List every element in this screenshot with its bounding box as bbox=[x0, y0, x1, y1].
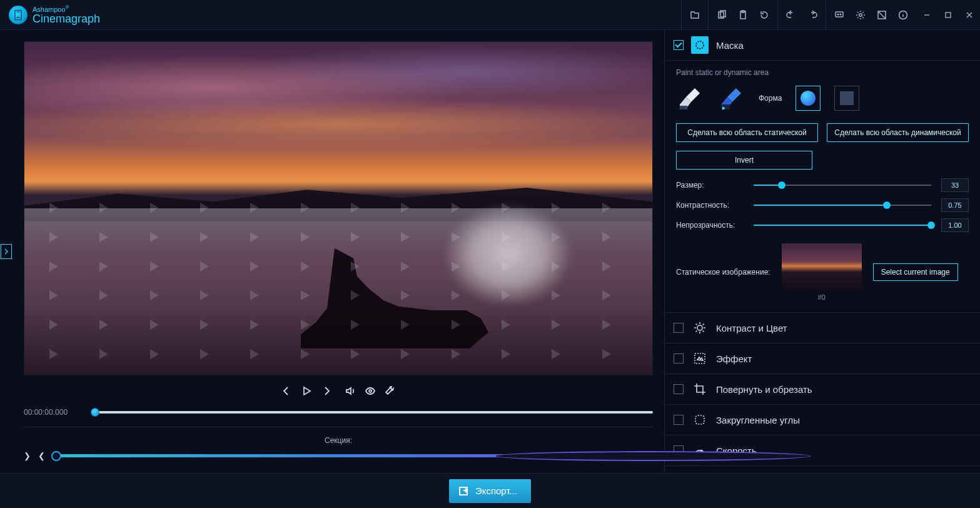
svg-rect-5 bbox=[836, 12, 843, 17]
svg-point-7 bbox=[840, 14, 841, 15]
shape-square-button[interactable] bbox=[834, 86, 859, 111]
rounded-corners-icon bbox=[691, 411, 709, 429]
static-thumbnail[interactable] bbox=[782, 243, 862, 291]
center-column: 00:00:00.000 Секция: ❯ ❮ bbox=[13, 30, 664, 473]
make-all-static-button[interactable]: Сделать всю область статической bbox=[676, 123, 818, 142]
left-rail bbox=[0, 30, 13, 473]
mask-hint: Paint static or dynamic area bbox=[676, 68, 969, 77]
svg-point-13 bbox=[696, 41, 704, 49]
effect-checkbox[interactable] bbox=[674, 353, 684, 363]
size-value[interactable]: 33 bbox=[941, 178, 969, 192]
panel-effect-header[interactable]: Эффект bbox=[665, 343, 980, 374]
export-bar: Экспорт... bbox=[0, 473, 980, 508]
export-icon bbox=[458, 485, 469, 497]
invert-button[interactable]: Invert bbox=[676, 151, 812, 170]
size-label: Размер: bbox=[676, 181, 744, 190]
open-file-button[interactable] bbox=[684, 0, 705, 30]
make-all-dynamic-button[interactable]: Сделать всю область динамической bbox=[827, 123, 969, 142]
svg-point-16 bbox=[697, 325, 702, 330]
minimize-button[interactable] bbox=[916, 0, 937, 30]
window-controls bbox=[916, 0, 980, 30]
shape-label: Форма bbox=[759, 94, 782, 103]
video-preview[interactable] bbox=[24, 41, 653, 375]
opacity-value[interactable]: 1.00 bbox=[941, 218, 969, 232]
panel-corners-header[interactable]: Закругленные углы bbox=[665, 405, 980, 435]
panel-mask-body: Paint static or dynamic area Форма Сдела… bbox=[665, 61, 980, 313]
preview-mask-button[interactable] bbox=[365, 385, 376, 399]
right-panel: Маска Paint static or dynamic area Форма… bbox=[664, 30, 980, 473]
section-prev-button[interactable]: ❮ bbox=[38, 451, 45, 460]
volume-button[interactable] bbox=[345, 385, 356, 399]
timeline-knob[interactable] bbox=[91, 408, 99, 417]
info-button[interactable] bbox=[892, 0, 914, 30]
panel-rotate-header[interactable]: Повернуть и обрезать bbox=[665, 374, 980, 405]
brightness-icon bbox=[691, 319, 709, 337]
svg-point-6 bbox=[837, 14, 839, 15]
hardness-slider[interactable] bbox=[754, 205, 931, 206]
settings-button[interactable] bbox=[850, 0, 871, 30]
brand-top: Ashampoo® bbox=[33, 5, 100, 13]
next-frame-button[interactable] bbox=[321, 385, 332, 399]
timeline-track[interactable] bbox=[95, 411, 653, 414]
timeline: 00:00:00.000 bbox=[24, 408, 653, 424]
effect-title: Эффект bbox=[716, 353, 752, 364]
redo-button[interactable] bbox=[802, 0, 823, 30]
prev-frame-button[interactable] bbox=[281, 385, 292, 399]
contrast-title: Контраст и Цвет bbox=[716, 323, 787, 333]
crop-icon bbox=[691, 380, 709, 398]
svg-rect-11 bbox=[946, 13, 951, 18]
feedback-button[interactable] bbox=[829, 0, 850, 30]
corners-checkbox[interactable] bbox=[674, 415, 684, 425]
undo-button[interactable] bbox=[780, 0, 802, 30]
mask-checkbox[interactable] bbox=[674, 40, 684, 50]
maximize-button[interactable] bbox=[937, 0, 959, 30]
play-button[interactable] bbox=[301, 385, 312, 399]
copy-button[interactable] bbox=[711, 0, 732, 30]
select-current-image-button[interactable]: Select current image bbox=[873, 263, 958, 281]
section-label: Секция: bbox=[24, 432, 653, 451]
export-button[interactable]: Экспорт... bbox=[449, 479, 531, 503]
tools-button[interactable] bbox=[385, 385, 396, 399]
svg-point-8 bbox=[859, 13, 862, 16]
theme-button[interactable] bbox=[871, 0, 892, 30]
section-end-knob[interactable] bbox=[495, 451, 811, 461]
paste-button[interactable] bbox=[732, 0, 754, 30]
mask-title: Маска bbox=[716, 40, 744, 51]
timecode: 00:00:00.000 bbox=[24, 408, 84, 417]
static-thumb-id: #0 bbox=[818, 293, 826, 301]
contrast-checkbox[interactable] bbox=[674, 323, 684, 333]
brand-bottom: Cinemagraph bbox=[33, 13, 100, 24]
hardness-value[interactable]: 0.75 bbox=[941, 198, 969, 212]
svg-rect-18 bbox=[695, 415, 704, 424]
opacity-slider[interactable] bbox=[754, 225, 931, 226]
svg-point-12 bbox=[369, 390, 371, 392]
section-range: ❯ ❮ bbox=[24, 451, 653, 473]
shape-circle-button[interactable] bbox=[796, 86, 821, 111]
corners-title: Закругленные углы bbox=[716, 415, 800, 425]
rotate-checkbox[interactable] bbox=[674, 384, 684, 394]
title-actions bbox=[681, 0, 916, 29]
section-track[interactable] bbox=[56, 454, 653, 457]
close-button[interactable] bbox=[959, 0, 980, 30]
static-brush-tool[interactable] bbox=[676, 84, 704, 112]
opacity-label: Непрозрачность: bbox=[676, 221, 744, 230]
panel-contrast-header[interactable]: Контраст и Цвет bbox=[665, 313, 980, 343]
static-image-label: Статическое изображение: bbox=[676, 268, 770, 277]
reset-button[interactable] bbox=[754, 0, 775, 30]
dynamic-brush-tool[interactable] bbox=[717, 84, 745, 112]
section-next-button[interactable]: ❯ bbox=[24, 451, 31, 460]
player-controls bbox=[24, 379, 653, 404]
app-logo: Ashampoo® Cinemagraph bbox=[0, 5, 100, 24]
hardness-label: Контрастность: bbox=[676, 201, 744, 210]
mask-overlay bbox=[427, 195, 590, 315]
effect-icon bbox=[691, 350, 709, 367]
section-nav: ❯ ❮ bbox=[24, 451, 45, 460]
titlebar: Ashampoo® Cinemagraph bbox=[0, 0, 980, 30]
logo-badge-icon bbox=[9, 6, 28, 24]
panel-text-header[interactable]: Текст bbox=[665, 466, 980, 473]
section-start-knob[interactable] bbox=[51, 451, 61, 461]
rail-expand-button[interactable] bbox=[1, 244, 12, 259]
panel-mask-header[interactable]: Маска bbox=[665, 30, 980, 61]
size-slider[interactable] bbox=[754, 185, 931, 186]
export-label: Экспорт... bbox=[475, 485, 517, 496]
